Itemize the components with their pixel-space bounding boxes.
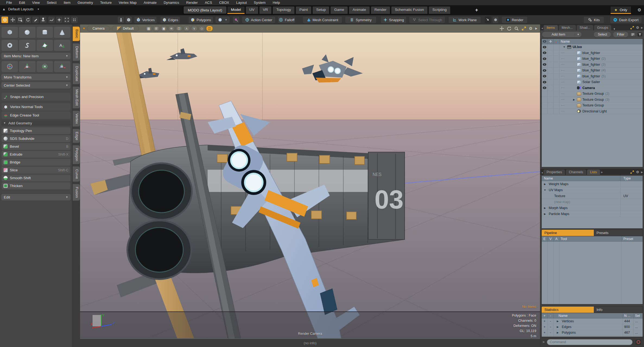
list-row[interactable]: (new map) xyxy=(542,199,643,205)
twisty-icon[interactable]: ▶ xyxy=(554,326,562,328)
twisty-icon[interactable]: ▶ xyxy=(572,98,576,101)
polygons-mode-button[interactable]: Polygons xyxy=(188,16,213,23)
panel-tab[interactable]: Items xyxy=(544,25,558,30)
sidebar-vertical-tab[interactable]: Duplicate xyxy=(73,63,80,84)
sidebar-tool-button[interactable]: Topology Pen xyxy=(1,127,71,134)
item-tree-row[interactable]: blue_fighter (2) xyxy=(542,56,643,62)
link-cell[interactable] xyxy=(548,79,554,85)
twisty-icon[interactable]: ▼ xyxy=(563,46,566,48)
num-column-header[interactable]: N ... xyxy=(623,313,633,318)
more-icon[interactable]: ▶ xyxy=(641,171,643,173)
menu-item[interactable]: Layout xyxy=(233,1,250,5)
sidebar-tool-button[interactable]: Extrude Shift-X xyxy=(1,151,71,158)
cylinder-primitive-button[interactable] xyxy=(36,27,53,38)
list-row[interactable]: Texture UV xyxy=(542,193,643,199)
tool-column-header[interactable]: Tool xyxy=(560,236,621,241)
sphere-primitive-button[interactable] xyxy=(19,27,36,38)
menu-item[interactable]: Animate xyxy=(140,1,160,5)
axis-cell[interactable] xyxy=(554,85,560,91)
edge-crease-tool-button[interactable]: Edge Crease Tool xyxy=(1,111,71,119)
menu-item[interactable]: Vertex Map xyxy=(115,1,140,5)
move-tool-icon[interactable] xyxy=(9,16,16,23)
sel-column-header[interactable]: Sel xyxy=(633,313,643,318)
select-button[interactable]: Select xyxy=(594,31,611,37)
layout-tab[interactable]: Paint xyxy=(296,7,311,14)
link-cell[interactable] xyxy=(548,68,554,73)
stat-minus-button[interactable]: - xyxy=(548,330,554,335)
statistics-row[interactable]: + - ▶ Edges 900 ... xyxy=(542,324,643,330)
shaded-toggle-icon[interactable]: ▣ xyxy=(161,26,167,31)
filter-button[interactable]: Filter xyxy=(613,31,629,37)
list-name-cell[interactable]: (new map) xyxy=(542,199,620,205)
layout-tab[interactable]: Render xyxy=(371,7,390,14)
menu-item[interactable]: Render xyxy=(183,1,201,5)
twisty-icon[interactable]: ▶ xyxy=(554,320,562,323)
axis-cell[interactable] xyxy=(554,62,560,68)
item-tree-row[interactable]: ▼ UI.lxo xyxy=(542,44,643,50)
more-icon[interactable]: ▶ xyxy=(641,26,643,29)
item-tree-row[interactable]: ▶ Texture Group (3) xyxy=(542,97,643,103)
camera-view-dropdown[interactable]: Camera xyxy=(87,26,110,31)
link-cell[interactable] xyxy=(548,91,554,97)
add-workspace-tab-button[interactable]: + xyxy=(473,7,480,13)
item-tree-row[interactable]: Texture Group (2) xyxy=(542,91,643,97)
add-tab-button[interactable]: + xyxy=(601,170,603,175)
link-cell[interactable] xyxy=(548,97,554,103)
axis-cell[interactable] xyxy=(554,74,560,79)
sidebar-vertical-tab[interactable]: Polygon xyxy=(73,145,80,164)
panel-tab[interactable]: Mesh... xyxy=(559,25,576,30)
select-frame-icon[interactable] xyxy=(17,16,24,23)
item-tree-row[interactable]: Solar Sailer xyxy=(542,79,643,85)
gear-icon[interactable]: ⚙ xyxy=(636,26,639,30)
layout-tab[interactable]: VR xyxy=(259,7,272,14)
layout-tab[interactable]: Setup xyxy=(313,7,329,14)
name-column-header[interactable]: Name xyxy=(560,39,643,44)
transform-all-button[interactable] xyxy=(1,61,18,72)
link-cell[interactable] xyxy=(548,62,554,68)
axis-cell[interactable] xyxy=(554,91,560,97)
polygon-pen-button[interactable] xyxy=(36,40,53,51)
work-plane-button[interactable]: Work Plane xyxy=(448,16,481,23)
layout-tab[interactable]: Model xyxy=(227,7,245,14)
pan-view-icon[interactable] xyxy=(499,26,504,31)
item-tree-row[interactable]: blue_fighter xyxy=(542,50,643,56)
menu-item[interactable]: Dynamics xyxy=(160,1,183,5)
visibility-cell[interactable] xyxy=(542,91,548,97)
stat-minus-button[interactable]: - xyxy=(548,324,554,330)
axis-column-header[interactable] xyxy=(554,39,560,44)
auto-select-cube-icon[interactable] xyxy=(125,16,132,23)
item-name-cell[interactable]: blue_fighter xyxy=(560,50,643,56)
item-tree-row[interactable]: blue_fighter (5) xyxy=(542,74,643,80)
viewport-more-icon[interactable]: ▶ xyxy=(535,27,537,30)
menu-item[interactable]: View xyxy=(28,1,43,5)
stamp-tool-icon[interactable] xyxy=(40,16,47,23)
item-name-cell[interactable]: blue_fighter (3) xyxy=(560,62,643,68)
stat-plus-button[interactable]: + xyxy=(542,324,548,330)
menu-item[interactable]: CBOX xyxy=(215,1,233,5)
curve-falloff-icon[interactable] xyxy=(48,16,55,23)
add-tool-icon[interactable] xyxy=(56,16,63,23)
vertex-normal-tools-button[interactable]: Vertex Normal Tools xyxy=(1,103,71,111)
twisty-icon[interactable]: ▶ xyxy=(543,183,547,185)
eye-icon[interactable] xyxy=(543,63,546,66)
plus-column-header[interactable]: + xyxy=(542,313,548,318)
eye-icon[interactable] xyxy=(543,87,546,89)
menu-item[interactable]: System xyxy=(250,1,269,5)
command-input[interactable] xyxy=(547,339,633,345)
cube-primitive-button[interactable] xyxy=(1,27,18,38)
statistics-row[interactable]: + - ▶ Vertices 444 ... xyxy=(542,318,643,324)
visibility-cell[interactable] xyxy=(542,68,548,73)
axis-cell[interactable] xyxy=(554,109,560,114)
center-selected-dropdown[interactable]: Center Selected▼ xyxy=(1,82,71,89)
sidebar-tool-button[interactable]: Slice Shift-C xyxy=(1,166,71,174)
sidebar-tool-button[interactable]: Thicken xyxy=(1,182,71,190)
visibility-cell[interactable] xyxy=(542,79,548,85)
twisty-icon[interactable]: ▼ xyxy=(543,189,547,191)
twisty-icon[interactable]: ▶ xyxy=(543,213,547,215)
active-column-header[interactable]: A xyxy=(554,236,560,241)
dash-export-button[interactable]: Dash Export xyxy=(610,16,642,23)
axis-cell[interactable] xyxy=(554,68,560,73)
stat-plus-button[interactable]: + xyxy=(542,330,548,335)
visibility-cell[interactable] xyxy=(542,85,548,91)
snaps-precision-button[interactable]: Snaps and Precision xyxy=(1,93,71,101)
